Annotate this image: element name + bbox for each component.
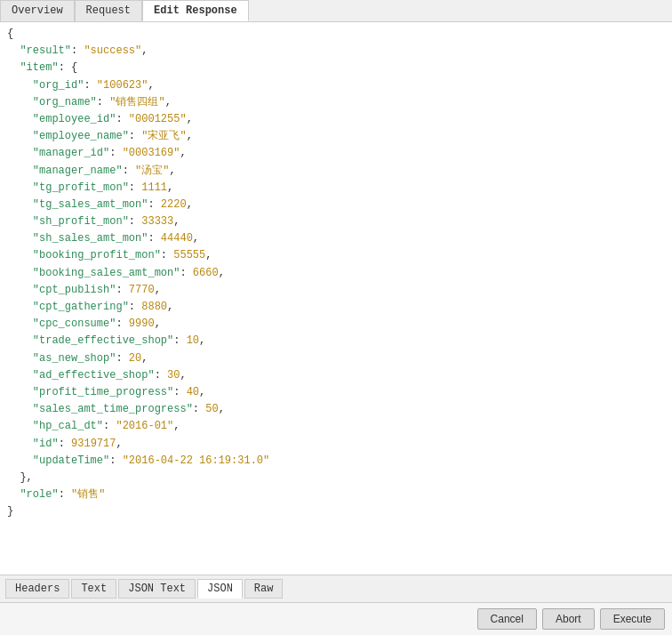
top-tab-bar: Overview Request Edit Response xyxy=(0,0,672,22)
tab-raw[interactable]: Raw xyxy=(244,579,284,599)
tab-text[interactable]: Text xyxy=(71,579,116,599)
cancel-button[interactable]: Cancel xyxy=(477,608,537,630)
tab-overview[interactable]: Overview xyxy=(0,0,75,21)
json-display: { "result": "success", "item": { "org_id… xyxy=(7,26,665,520)
tab-edit-response[interactable]: Edit Response xyxy=(142,0,249,21)
abort-button[interactable]: Abort xyxy=(542,608,595,630)
tab-request[interactable]: Request xyxy=(75,0,142,21)
tab-json[interactable]: JSON xyxy=(197,579,243,599)
bottom-tab-bar: Headers Text JSON Text JSON Raw xyxy=(0,575,672,602)
json-content-area: { "result": "success", "item": { "org_id… xyxy=(0,22,672,575)
action-bar: Cancel Abort Execute xyxy=(0,602,672,635)
execute-button[interactable]: Execute xyxy=(600,608,665,630)
tab-json-text[interactable]: JSON Text xyxy=(118,579,196,599)
tab-headers[interactable]: Headers xyxy=(5,579,69,599)
